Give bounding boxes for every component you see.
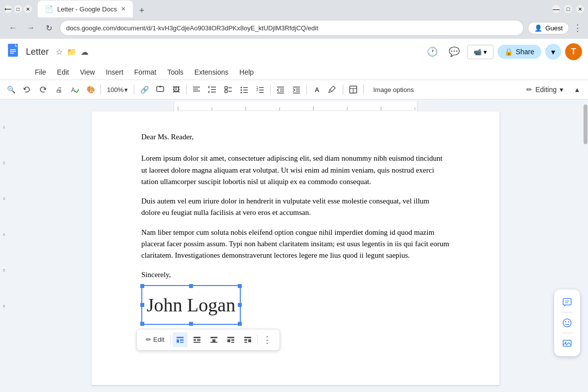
profile-label: Guest	[545, 24, 563, 32]
share-button[interactable]: 🔒 Share	[497, 45, 541, 59]
handle-mr[interactable]	[238, 303, 242, 307]
undo-button[interactable]	[20, 83, 34, 97]
comment-icon: 💬	[449, 46, 460, 57]
forward-button[interactable]: →	[24, 21, 38, 35]
highlight-color-button[interactable]	[326, 83, 340, 97]
handle-tl[interactable]	[140, 284, 144, 288]
svg-rect-54	[177, 339, 179, 343]
spell-check-button[interactable]: A	[68, 83, 82, 97]
handle-tm[interactable]	[189, 284, 193, 288]
menu-extensions[interactable]: Extensions	[190, 66, 233, 78]
paint-format-button[interactable]: 🎨	[84, 83, 98, 97]
share-dropdown-button[interactable]: ▾	[545, 44, 561, 60]
image-align-inline-button[interactable]	[173, 332, 188, 347]
menu-insert[interactable]: Insert	[101, 66, 128, 78]
insert-image-button[interactable]: 🖼	[169, 83, 183, 97]
svg-rect-2	[10, 49, 16, 50]
menu-tools[interactable]: Tools	[162, 66, 189, 78]
svg-rect-17	[225, 90, 227, 93]
collapse-toolbar-button[interactable]: ▲	[570, 83, 584, 97]
list-button[interactable]	[237, 83, 251, 97]
win-restore-right[interactable]: □	[564, 5, 572, 13]
browser-menu-button[interactable]: ⋮	[573, 22, 582, 33]
image-align-right-button[interactable]	[240, 332, 255, 347]
profile-icon: 👤	[534, 24, 542, 32]
avatar[interactable]: T	[565, 43, 582, 60]
floating-emoji-button[interactable]	[558, 314, 576, 332]
handle-br[interactable]	[238, 322, 242, 326]
history-button[interactable]: 🕐	[423, 43, 441, 61]
menu-help[interactable]: Help	[234, 66, 259, 78]
win-close-right[interactable]: ✕	[576, 5, 584, 13]
decrease-indent-button[interactable]	[274, 83, 288, 97]
image-align-left-button[interactable]	[223, 332, 238, 347]
url-bar[interactable]: docs.google.com/document/d/1-kvH3gCdjeAo…	[60, 20, 524, 36]
numbered-list-button[interactable]: 1.2.	[253, 83, 267, 97]
menu-edit[interactable]: Edit	[52, 66, 74, 78]
tab-close-icon[interactable]: ✕	[121, 5, 126, 12]
print-button[interactable]: 🖨	[52, 83, 66, 97]
reload-button[interactable]: ↻	[42, 21, 56, 35]
win-minimize-right[interactable]: —	[552, 5, 560, 13]
redo-button[interactable]	[36, 83, 50, 97]
cloud-icon[interactable]: ☁	[81, 47, 89, 57]
profile-button[interactable]: 👤 Guest	[528, 22, 569, 34]
doc-actions: ☆ 📁 ☁	[56, 47, 89, 57]
svg-rect-55	[180, 339, 184, 341]
svg-point-77	[568, 321, 569, 322]
handle-bl[interactable]	[140, 322, 144, 326]
insert-comment-button[interactable]	[153, 83, 167, 97]
svg-rect-64	[227, 337, 234, 338]
image-options-button[interactable]: Image options	[367, 84, 420, 96]
svg-rect-71	[244, 342, 247, 343]
checklist-button[interactable]	[221, 83, 235, 97]
image-break-text-button[interactable]	[206, 332, 221, 347]
doc-paragraph-1: Lorem ipsum dolor sit amet, consectetuer…	[141, 153, 450, 188]
doc-page-wrapper: Dear Ms. Reader, Lorem ipsum dolor sit a…	[92, 111, 499, 385]
video-button[interactable]: 📹 ▾	[467, 45, 493, 59]
close-button[interactable]: ✕	[24, 5, 32, 13]
handle-bm[interactable]	[189, 322, 193, 326]
signature-container[interactable]: John Logan ✏ Edit	[141, 285, 241, 325]
browser-tab[interactable]: 📄 Letter - Google Docs ✕	[38, 0, 133, 17]
maximize-button[interactable]: □	[14, 5, 22, 13]
image-edit-button[interactable]: ✏ Edit	[142, 334, 168, 345]
text-color-button[interactable]: A	[310, 83, 324, 97]
toolbar-sep-7	[363, 85, 364, 95]
floating-image-button[interactable]	[558, 334, 576, 352]
star-icon[interactable]: ☆	[56, 47, 63, 57]
docs-header: Letter ☆ 📁 ☁ 🕐 💬 📹 ▾ 🔒 Share ▾ T	[0, 39, 588, 65]
align-button[interactable]	[190, 83, 203, 97]
svg-rect-58	[194, 339, 196, 341]
new-tab-button[interactable]: +	[135, 3, 149, 17]
handle-ml[interactable]	[140, 303, 144, 307]
folder-icon[interactable]: 📁	[67, 47, 77, 57]
minimize-button[interactable]: ⟵	[4, 5, 12, 13]
signature-image[interactable]: John Logan	[141, 285, 241, 325]
increase-indent-button[interactable]	[290, 83, 303, 97]
image-more-options-button[interactable]: ⋮	[260, 332, 275, 347]
comment-button[interactable]: 💬	[445, 43, 463, 61]
image-wrap-text-button[interactable]	[190, 332, 204, 347]
search-button[interactable]: 🔍	[4, 83, 18, 97]
floating-comment-button[interactable]	[558, 294, 576, 311]
handle-tr[interactable]	[238, 284, 242, 288]
zoom-button[interactable]: 100% ▾	[104, 85, 131, 95]
image-toolbar: ✏ Edit	[136, 329, 280, 351]
scrollbar-thumb[interactable]	[584, 104, 588, 144]
window-controls[interactable]: ⟵ □ ✕	[4, 5, 32, 13]
scrollbar-track[interactable]	[583, 99, 588, 392]
menu-view[interactable]: View	[75, 66, 100, 78]
svg-rect-66	[231, 339, 234, 341]
table-format-button[interactable]	[346, 83, 360, 97]
link-button[interactable]: 🔗	[137, 83, 151, 97]
svg-rect-70	[244, 339, 247, 341]
address-bar: ← → ↻ docs.google.com/document/d/1-kvH3g…	[0, 18, 588, 39]
line-spacing-button[interactable]	[205, 83, 219, 97]
editing-mode-button[interactable]: ✏ Editing ▾	[521, 84, 568, 96]
back-button[interactable]: ←	[6, 21, 20, 35]
menu-file[interactable]: File	[30, 66, 51, 78]
svg-rect-72	[563, 298, 571, 305]
menu-format[interactable]: Format	[129, 66, 161, 78]
header-right: 🕐 💬 📹 ▾ 🔒 Share ▾ T	[423, 43, 582, 61]
